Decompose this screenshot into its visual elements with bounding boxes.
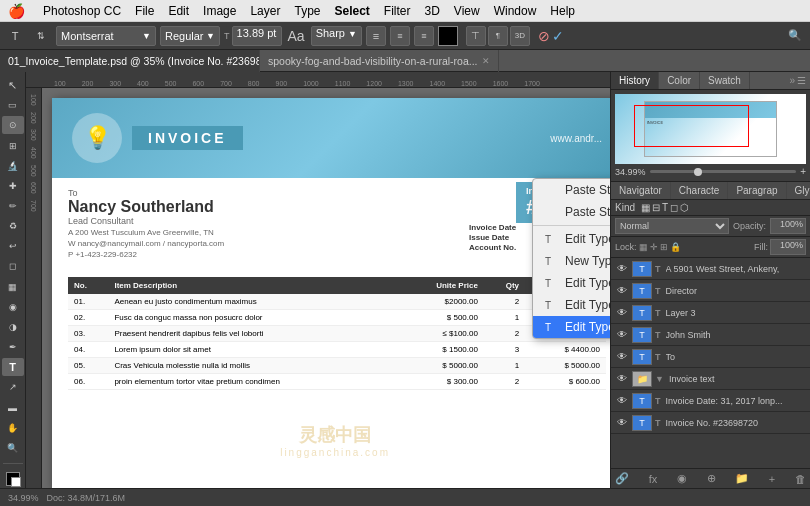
layer-item[interactable]: 👁TTLayer 3 bbox=[611, 302, 810, 324]
ctx-paste-style-1[interactable]: Paste Style bbox=[533, 179, 610, 201]
menu-file[interactable]: File bbox=[135, 4, 154, 18]
ctx-edit-type-4[interactable]: T Edit Type Layer bbox=[533, 316, 610, 338]
crop-tool[interactable]: ⊞ bbox=[2, 136, 24, 154]
menu-view[interactable]: View bbox=[454, 4, 480, 18]
layer-item[interactable]: 👁TTInvoice No. #23698720 bbox=[611, 412, 810, 434]
history-brush-tool[interactable]: ↩ bbox=[2, 237, 24, 255]
confirm-edit-icon[interactable]: ✓ bbox=[552, 28, 564, 44]
align-center-btn[interactable]: ≡ bbox=[390, 26, 410, 46]
layer-visibility-icon[interactable]: 👁 bbox=[615, 417, 629, 428]
tab-paragraph[interactable]: Paragrap bbox=[728, 182, 786, 199]
lock-all-icon[interactable]: 🔒 bbox=[670, 242, 681, 252]
healing-tool[interactable]: ✚ bbox=[2, 177, 24, 195]
orientation-btn[interactable]: ⇅ bbox=[30, 25, 52, 47]
pen-tool[interactable]: ✒ bbox=[2, 338, 24, 356]
tab-navigator[interactable]: Navigator bbox=[611, 182, 671, 199]
search-btn[interactable]: 🔍 bbox=[784, 25, 806, 47]
panel-expand-icon[interactable]: » bbox=[789, 75, 795, 86]
type-tool-btn[interactable]: T bbox=[4, 25, 26, 47]
ctx-edit-type-3[interactable]: T Edit Type Layer bbox=[533, 294, 610, 316]
move-tool[interactable]: ↖ bbox=[2, 76, 24, 94]
layer-item[interactable]: 👁📁▼Invoice text bbox=[611, 368, 810, 390]
layer-mask-btn[interactable]: ◉ bbox=[677, 472, 687, 485]
menu-photoshop[interactable]: Photoshop CC bbox=[43, 4, 121, 18]
layer-visibility-icon[interactable]: 👁 bbox=[615, 373, 629, 384]
nav-zoom-slider[interactable] bbox=[650, 170, 797, 173]
tab-spooky[interactable]: spooky-fog-and-bad-visibility-on-a-rural… bbox=[260, 50, 499, 72]
blur-tool[interactable]: ◉ bbox=[2, 298, 24, 316]
menu-type[interactable]: Type bbox=[294, 4, 320, 18]
tab-close-spooky[interactable]: ✕ bbox=[482, 56, 490, 66]
menu-image[interactable]: Image bbox=[203, 4, 236, 18]
layer-new-btn[interactable]: + bbox=[769, 473, 775, 485]
dodge-tool[interactable]: ◑ bbox=[2, 318, 24, 336]
tab-character[interactable]: Characte bbox=[671, 182, 729, 199]
tab-invoice[interactable]: 01_Invoice_Template.psd @ 35% (Invoice N… bbox=[0, 50, 260, 72]
menu-3d[interactable]: 3D bbox=[425, 4, 440, 18]
ctx-edit-type-1[interactable]: T Edit Type Layer bbox=[533, 228, 610, 250]
font-style-selector[interactable]: Regular ▼ bbox=[160, 26, 220, 46]
panel-menu-icon[interactable]: ☰ bbox=[797, 75, 806, 86]
layer-delete-btn[interactable]: 🗑 bbox=[795, 473, 806, 485]
menu-window[interactable]: Window bbox=[494, 4, 537, 18]
warp-text-btn[interactable]: ⊤ bbox=[466, 26, 486, 46]
text-color-swatch[interactable] bbox=[438, 26, 458, 46]
tab-history[interactable]: History bbox=[611, 72, 659, 89]
align-right-btn[interactable]: ≡ bbox=[414, 26, 434, 46]
font-size-input[interactable]: 13.89 pt bbox=[232, 26, 282, 46]
layer-visibility-icon[interactable]: 👁 bbox=[615, 351, 629, 362]
menu-select[interactable]: Select bbox=[334, 4, 369, 18]
antialiasing-method[interactable]: Sharp ▼ bbox=[311, 26, 362, 46]
tab-swatch[interactable]: Swatch bbox=[700, 72, 750, 89]
filter-shape-icon[interactable]: ◻ bbox=[670, 202, 678, 213]
layer-visibility-icon[interactable]: 👁 bbox=[615, 329, 629, 340]
layer-link-btn[interactable]: 🔗 bbox=[615, 472, 629, 485]
lock-artboard-icon[interactable]: ⊞ bbox=[660, 242, 668, 252]
clone-tool[interactable]: ♻ bbox=[2, 217, 24, 235]
layer-item[interactable]: 👁TTA 5901 West Street, Ankeny, bbox=[611, 258, 810, 280]
opacity-input[interactable]: 100% bbox=[770, 218, 806, 234]
ctx-edit-type-2[interactable]: T Edit Type Layer bbox=[533, 272, 610, 294]
apple-menu[interactable]: 🍎 bbox=[8, 3, 25, 19]
tab-color[interactable]: Color bbox=[659, 72, 700, 89]
layer-item[interactable]: 👁TTInvoice Date: 31, 2017 lonp... bbox=[611, 390, 810, 412]
layer-visibility-icon[interactable]: 👁 bbox=[615, 285, 629, 296]
fill-input[interactable]: 100% bbox=[770, 239, 806, 255]
menu-help[interactable]: Help bbox=[550, 4, 575, 18]
character-panel-btn[interactable]: ¶ bbox=[488, 26, 508, 46]
menu-edit[interactable]: Edit bbox=[168, 4, 189, 18]
font-family-selector[interactable]: Montserrat ▼ bbox=[56, 26, 156, 46]
filter-smart-icon[interactable]: ⬡ bbox=[680, 202, 689, 213]
cancel-edit-icon[interactable]: ⊘ bbox=[538, 28, 550, 44]
nav-zoom-in-icon[interactable]: + bbox=[800, 166, 806, 177]
ctx-paste-style-2[interactable]: Paste Style bbox=[533, 201, 610, 223]
blend-mode-select[interactable]: Normal bbox=[615, 218, 729, 234]
filter-adjust-icon[interactable]: ⊟ bbox=[652, 202, 660, 213]
menu-filter[interactable]: Filter bbox=[384, 4, 411, 18]
foreground-color[interactable] bbox=[2, 470, 24, 488]
path-selection-tool[interactable]: ↗ bbox=[2, 378, 24, 396]
layer-group-btn[interactable]: 📁 bbox=[735, 472, 749, 485]
tab-glyphs[interactable]: Glyphs bbox=[787, 182, 810, 199]
zoom-tool[interactable]: 🔍 bbox=[2, 439, 24, 457]
shape-tool[interactable]: ▬ bbox=[2, 399, 24, 417]
layer-fx-btn[interactable]: fx bbox=[649, 473, 658, 485]
layer-item[interactable]: 👁TTJohn Smith bbox=[611, 324, 810, 346]
layer-item[interactable]: 👁TTTo bbox=[611, 346, 810, 368]
eyedropper-tool[interactable]: 🔬 bbox=[2, 157, 24, 175]
filter-type-icon[interactable]: T bbox=[662, 202, 668, 213]
lock-pixels-icon[interactable]: ▦ bbox=[639, 242, 648, 252]
menu-layer[interactable]: Layer bbox=[250, 4, 280, 18]
layer-item[interactable]: 👁TTDirector bbox=[611, 280, 810, 302]
eraser-tool[interactable]: ◻ bbox=[2, 257, 24, 275]
brush-tool[interactable]: ✏ bbox=[2, 197, 24, 215]
ctx-new-type[interactable]: T New Type Layer bbox=[533, 250, 610, 272]
layer-visibility-icon[interactable]: 👁 bbox=[615, 307, 629, 318]
layer-visibility-icon[interactable]: 👁 bbox=[615, 395, 629, 406]
toggle-3d-btn[interactable]: 3D bbox=[510, 26, 530, 46]
lasso-tool[interactable]: ⊙ bbox=[2, 116, 24, 134]
type-tool[interactable]: T bbox=[2, 358, 24, 376]
layer-visibility-icon[interactable]: 👁 bbox=[615, 263, 629, 274]
canvas-area[interactable]: 💡 INVOICE www.andr... To Nancy Southerla… bbox=[42, 88, 610, 488]
gradient-tool[interactable]: ▦ bbox=[2, 278, 24, 296]
